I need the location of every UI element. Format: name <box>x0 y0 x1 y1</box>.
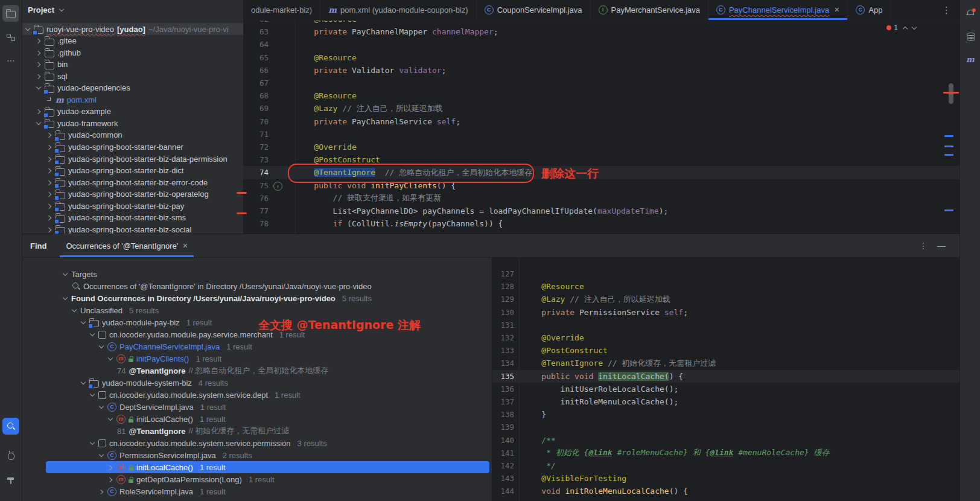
project-tree-row[interactable]: yudao-spring-boot-starter-biz-sms <box>22 212 243 224</box>
chevron-right-icon[interactable] <box>47 203 52 209</box>
find-result-row[interactable]: minitLocalCache()1 result <box>22 461 492 473</box>
activity-item-more[interactable]: ⋯ <box>2 52 19 69</box>
project-tree-row[interactable]: yudao-common <box>22 129 243 141</box>
next-error-icon[interactable] <box>912 25 917 31</box>
find-result-row[interactable]: CPermissionServiceImpl.java2 results <box>22 449 492 461</box>
chevron-down-icon[interactable] <box>63 272 68 277</box>
find-result-row[interactable]: Unclassified5 results <box>22 304 492 316</box>
find-result-row[interactable]: minitPayClients()1 result <box>22 353 492 365</box>
activity-item-structure[interactable] <box>2 29 19 46</box>
find-result-row[interactable]: mgetDeptDataPermission(Long)1 result <box>22 473 492 485</box>
editor-tab[interactable]: CCouponServiceImpl.java <box>477 0 591 20</box>
chevron-right-icon[interactable] <box>99 489 104 494</box>
line-number: 65 <box>243 53 269 62</box>
activity-item-search[interactable] <box>2 418 19 435</box>
editor-tab[interactable]: CApp <box>848 0 891 20</box>
prev-error-icon[interactable] <box>902 25 908 31</box>
project-tree-row[interactable]: yudao-spring-boot-starter-biz-dict <box>22 165 243 177</box>
project-tree-row[interactable]: yudao-spring-boot-starter-biz-pay <box>22 200 243 212</box>
close-icon[interactable]: ✕ <box>182 242 188 250</box>
chevron-right-icon[interactable] <box>47 180 52 185</box>
chevron-right-icon[interactable] <box>47 132 52 138</box>
find-result-row[interactable]: CDeptServiceImpl.java1 result <box>22 401 492 413</box>
chevron-right-icon[interactable] <box>36 38 42 43</box>
activity-item-notifications[interactable] <box>962 5 979 22</box>
chevron-down-icon[interactable] <box>90 441 95 446</box>
chevron-right-icon[interactable] <box>47 144 52 150</box>
activity-item-debug[interactable] <box>2 447 19 464</box>
find-result-row[interactable]: cn.iocoder.yudao.module.pay.service.merc… <box>22 328 492 340</box>
chevron-right-icon[interactable] <box>47 215 52 220</box>
editor-tab[interactable]: CPayChannelServiceImpl.java✕ <box>708 0 848 20</box>
chevron-down-icon[interactable] <box>90 332 95 337</box>
project-tree-row[interactable]: yudao-spring-boot-starter-banner <box>22 141 243 153</box>
lock-icon <box>129 479 133 483</box>
find-result-row[interactable]: minitLocalCache()1 result <box>22 413 492 425</box>
project-tree-row[interactable]: yudao-example <box>22 106 243 118</box>
find-result-row[interactable]: Targets <box>22 268 492 280</box>
find-result-row[interactable]: yudao-module-pay-biz1 result <box>22 316 492 328</box>
find-result-row[interactable]: 74@TenantIgnore// 忽略自动化租户，全局初始化本地缓存 <box>22 365 492 377</box>
chevron-down-icon[interactable] <box>36 121 42 126</box>
chevron-down-icon[interactable] <box>99 404 104 410</box>
editor-tab[interactable]: IPayMerchantService.java <box>591 0 708 20</box>
find-result-row[interactable]: cn.iocoder.yudao.module.system.service.p… <box>22 437 492 449</box>
chevron-down-icon[interactable] <box>90 392 95 398</box>
project-panel-title[interactable]: Project <box>28 5 54 14</box>
find-result-row[interactable]: Found Occurrences in Directory /Users/yu… <box>22 292 492 304</box>
find-result-row[interactable]: yudao-module-system-biz4 results <box>22 377 492 389</box>
chevron-down-icon[interactable] <box>99 453 104 458</box>
chevron-down-icon[interactable] <box>25 27 31 32</box>
project-tree-row[interactable]: yudao-spring-boot-starter-biz-error-code <box>22 176 243 188</box>
project-tree-row[interactable]: yudao-dependencies <box>22 82 243 94</box>
chevron-down-icon[interactable] <box>99 344 104 349</box>
activity-item-maven[interactable]: m <box>962 51 979 68</box>
project-tree-row[interactable]: mpom.xml <box>22 94 243 106</box>
activity-item-database[interactable] <box>962 28 979 45</box>
project-tree-row[interactable]: .gitee <box>22 35 243 47</box>
chevron-right-icon[interactable] <box>36 74 42 79</box>
close-icon[interactable]: ✕ <box>834 6 839 14</box>
editor-tab[interactable]: mpom.xml (yudao-module-coupon-biz) <box>320 0 476 20</box>
chevron-down-icon[interactable] <box>81 320 86 325</box>
project-tree-row[interactable]: yudao-spring-boot-starter-biz-data-permi… <box>22 153 243 165</box>
project-tree-row[interactable]: yudao-framework <box>22 117 243 129</box>
find-result-row[interactable]: cn.iocoder.yudao.module.system.service.d… <box>22 389 492 401</box>
project-tree-row[interactable]: yudao-spring-boot-starter-biz-operatelog <box>22 188 243 200</box>
chevron-down-icon[interactable] <box>36 85 42 91</box>
activity-item-build[interactable] <box>2 472 19 489</box>
tabs-more-icon[interactable]: ⋮ <box>942 5 951 14</box>
chevron-right-icon[interactable] <box>36 109 42 114</box>
project-tree-row[interactable]: ruoyi-vue-pro-video[yudao]~/Java/ruoyi-v… <box>22 23 243 35</box>
chevron-down-icon[interactable] <box>59 7 65 13</box>
chevron-right-icon[interactable] <box>47 156 52 162</box>
chevron-down-icon[interactable] <box>108 356 113 362</box>
activity-item-project-folder[interactable] <box>2 5 19 22</box>
find-result-row[interactable]: Occurrences of '@TenantIgnore' in Direct… <box>22 280 492 292</box>
project-tree-row[interactable]: sql <box>22 70 243 82</box>
chevron-right-icon[interactable] <box>108 465 113 470</box>
find-result-row[interactable]: 81@TenantIgnore// 初始化缓存，无需租户过滤 <box>22 425 492 437</box>
chevron-right-icon[interactable] <box>36 50 42 56</box>
chevron-right-icon[interactable] <box>108 477 113 482</box>
hide-panel-icon[interactable]: — <box>934 238 949 253</box>
chevron-right-icon[interactable] <box>47 191 52 197</box>
overrides-icon[interactable]: ↑ <box>273 182 282 191</box>
chevron-down-icon[interactable] <box>108 416 113 422</box>
chevron-right-icon[interactable] <box>47 227 52 232</box>
chevron-down-icon[interactable] <box>81 380 86 386</box>
find-result-row[interactable]: CPayChannelServiceImpl.java1 result <box>22 340 492 353</box>
editor-tab[interactable]: odule-market-biz) <box>243 0 320 20</box>
chevron-right-icon[interactable] <box>47 168 52 173</box>
inspection-widget[interactable]: 1 <box>886 24 917 32</box>
find-result-row[interactable]: CRoleServiceImpl.java1 result <box>22 485 492 497</box>
chevron-down-icon[interactable] <box>72 308 77 313</box>
options-menu-icon[interactable]: ⋮ <box>916 238 931 253</box>
chevron-right-icon[interactable] <box>36 62 42 67</box>
project-tree-row[interactable]: bin <box>22 59 243 71</box>
find-results-tab[interactable]: Occurrences of '@TenantIgnore' ✕ <box>60 234 194 257</box>
tab-spacer <box>891 0 943 20</box>
chevron-down-icon[interactable] <box>63 296 68 301</box>
project-tree-row[interactable]: yudao-spring-boot-starter-biz-social <box>22 223 243 234</box>
project-tree-row[interactable]: .github <box>22 46 243 59</box>
